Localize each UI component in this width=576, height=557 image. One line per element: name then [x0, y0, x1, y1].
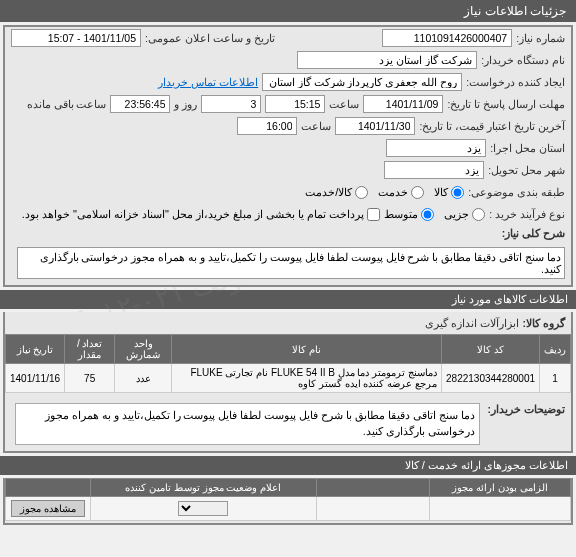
remain-input[interactable] [110, 95, 170, 113]
deadline-date-input[interactable] [363, 95, 443, 113]
announce-label: تاریخ و ساعت اعلان عمومی: [145, 32, 275, 44]
cell-qty: 75 [65, 364, 115, 393]
day-label: روز و [174, 98, 197, 110]
permit-cell-4: مشاهده مجوز [6, 496, 91, 520]
buyer-note-box: دما سنج اتاقی دقیقا مطابق با شرح فایل پی… [15, 403, 480, 445]
contact-link[interactable]: اطلاعات تماس خریدار [158, 76, 258, 88]
subject-cat-label: طبقه بندی موضوعی: [468, 186, 565, 198]
group-label: گروه کالا: [523, 317, 565, 329]
validity-label: آخرین تاریخ اعتبار قیمت، تا تاریخ: [419, 120, 565, 132]
permit-cell-2 [316, 496, 429, 520]
subject-radio-group: کالا خدمت کالا/خدمت [305, 186, 464, 199]
validity-hour-input[interactable] [237, 117, 297, 135]
days-input[interactable] [201, 95, 261, 113]
th-qty: تعداد / مقدار [65, 335, 115, 364]
permits-table: الزامی بودن ارائه مجوز اعلام وضعیت مجوز … [5, 478, 571, 521]
payment-checkbox[interactable]: پرداخت تمام یا بخشی از مبلغ خرید،از محل … [22, 208, 381, 221]
radio-service[interactable]: خدمت [378, 186, 424, 199]
buyer-input[interactable] [297, 51, 477, 69]
deliv-city-input[interactable] [384, 161, 484, 179]
creator-label: ایجاد کننده درخواست: [466, 76, 565, 88]
permits-section: الزامی بودن ارائه مجوز اعلام وضعیت مجوز … [3, 478, 573, 525]
main-info-section: شماره نیاز: تاریخ و ساعت اعلان عمومی: نا… [3, 25, 573, 287]
permit-cell-3 [90, 496, 316, 520]
remain-label: ساعت باقی مانده [27, 98, 107, 110]
radio-small[interactable]: جزیی [444, 208, 485, 221]
pth-2 [316, 478, 429, 496]
deliv-city-label: شهر محل تحویل: [488, 164, 565, 176]
th-code: کد کالا [442, 335, 540, 364]
validity-date-input[interactable] [335, 117, 415, 135]
pth-3: اعلام وضعیت مجوز توسط تامین کننده [90, 478, 316, 496]
creator-input[interactable] [262, 73, 462, 91]
buyer-label: نام دستگاه خریدار: [481, 54, 565, 66]
announce-input[interactable] [11, 29, 141, 47]
permit-status-select[interactable] [178, 501, 228, 516]
permits-section-header: اطلاعات مجوزهای ارائه خدمت / کالا [0, 456, 576, 475]
goods-table: ردیف کد کالا نام کالا واحد شمارش تعداد /… [5, 334, 571, 393]
need-no-label: شماره نیاز: [516, 32, 565, 44]
desc-textarea[interactable]: دما سنج اتاقی دقیقا مطابق با شرح فایل پی… [17, 247, 565, 279]
view-permit-button[interactable]: مشاهده مجوز [11, 500, 85, 517]
cell-code: 2822130344280001 [442, 364, 540, 393]
cell-date: 1401/11/16 [6, 364, 65, 393]
radio-goods[interactable]: کالا [434, 186, 464, 199]
radio-goods-service[interactable]: کالا/خدمت [305, 186, 368, 199]
cell-idx: 1 [540, 364, 571, 393]
exec-prov-label: استان محل اجرا: [490, 142, 565, 154]
hour-label-1: ساعت [329, 98, 359, 110]
radio-medium[interactable]: متوسط [384, 208, 434, 221]
hour-label-2: ساعت [301, 120, 331, 132]
th-date: تاریخ نیاز [6, 335, 65, 364]
th-unit: واحد شمارش [115, 335, 172, 364]
permit-cell-1 [429, 496, 570, 520]
th-name: نام کالا [172, 335, 442, 364]
goods-section: گروه کالا: ابزارآلات اندازه گیری ردیف کد… [3, 312, 573, 453]
page-title: جزئیات اطلاعات نیاز [464, 4, 566, 18]
pth-4 [6, 478, 91, 496]
goods-section-header: اطلاعات کالاهای مورد نیاز [0, 290, 576, 309]
purchase-type-label: نوع فرآیند خرید : [489, 208, 565, 220]
pth-1: الزامی بودن ارائه مجوز [429, 478, 570, 496]
deadline-label: مهلت ارسال پاسخ تا تاریخ: [447, 98, 565, 110]
buyer-note-label: توضیحات خریدار: [488, 399, 565, 415]
need-no-input[interactable] [382, 29, 512, 47]
exec-prov-input[interactable] [386, 139, 486, 157]
desc-label: شرح کلی نیاز: [502, 227, 565, 239]
cell-unit: عدد [115, 364, 172, 393]
purchase-radio-group: جزیی متوسط [384, 208, 485, 221]
page-header: جزئیات اطلاعات نیاز [0, 0, 576, 22]
deadline-hour-input[interactable] [265, 95, 325, 113]
group-value: ابزارآلات اندازه گیری [425, 317, 519, 329]
table-row: 1 2822130344280001 دماسنج ترمومتر دما مد… [6, 364, 571, 393]
cell-name: دماسنج ترمومتر دما مدل FLUKE 54 II B نام… [172, 364, 442, 393]
permit-row: مشاهده مجوز [6, 496, 571, 520]
th-idx: ردیف [540, 335, 571, 364]
